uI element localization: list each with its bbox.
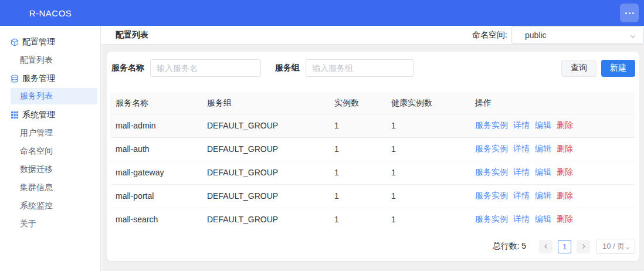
sidebar-item-about[interactable]: 关于 bbox=[0, 215, 100, 233]
service-name-label: 服务名称 bbox=[111, 63, 144, 73]
table-row: mall-search DEFAULT_GROUP 1 1 服务实例详情编辑删除 bbox=[110, 208, 635, 231]
sidebar-item-cluster-info[interactable]: 集群信息 bbox=[0, 178, 100, 197]
table-row: mall-gateway DEFAULT_GROUP 1 1 服务实例详情编辑删… bbox=[110, 161, 635, 184]
delete-link[interactable]: 删除 bbox=[557, 144, 573, 153]
grid-icon bbox=[11, 111, 19, 119]
column-service-name: 服务名称 bbox=[110, 93, 202, 114]
detail-link[interactable]: 详情 bbox=[513, 191, 530, 200]
ellipsis-menu-button[interactable] bbox=[620, 4, 639, 22]
cell-healthy-count: 1 bbox=[386, 184, 470, 208]
sidebar-item-label: 系统管理 bbox=[22, 110, 55, 120]
service-instances-link[interactable]: 服务实例 bbox=[475, 120, 508, 130]
delete-link[interactable]: 删除 bbox=[557, 214, 573, 223]
cell-service-group: DEFAULT_GROUP bbox=[202, 137, 329, 161]
search-toolbar: 服务名称 服务组 查询 新建 bbox=[110, 59, 635, 77]
service-instances-link[interactable]: 服务实例 bbox=[475, 214, 508, 223]
cell-instance-count: 1 bbox=[329, 161, 386, 184]
page-size-select[interactable]: 10 / 页 bbox=[596, 239, 635, 254]
page-title: 配置列表 bbox=[116, 30, 148, 40]
sidebar-item-label: 配置列表 bbox=[20, 55, 53, 66]
chevron-left-icon bbox=[543, 242, 549, 251]
detail-link[interactable]: 详情 bbox=[513, 214, 530, 223]
delete-link[interactable]: 删除 bbox=[557, 191, 573, 200]
edit-link[interactable]: 编辑 bbox=[535, 191, 551, 200]
total-rows-value: 5 bbox=[521, 241, 526, 250]
create-button[interactable]: 新建 bbox=[601, 60, 635, 77]
sidebar-item-label: 命名空间 bbox=[20, 146, 53, 157]
total-rows-label: 总行数: 5 bbox=[492, 241, 526, 252]
sidebar-item-label: 配置管理 bbox=[22, 37, 55, 48]
app-header: R-NACOS bbox=[0, 0, 644, 26]
sidebar-item-system-management[interactable]: 系统管理 bbox=[0, 106, 100, 124]
cell-instance-count: 1 bbox=[329, 114, 386, 137]
namespace-select[interactable]: public bbox=[511, 26, 644, 44]
cell-instance-count: 1 bbox=[329, 184, 386, 208]
sidebar-item-service-management[interactable]: 服务管理 bbox=[0, 69, 100, 87]
cell-service-group: DEFAULT_GROUP bbox=[202, 184, 329, 208]
pagination: 总行数: 5 1 10 / 页 bbox=[110, 239, 635, 254]
sidebar-item-config-management[interactable]: 配置管理 bbox=[0, 33, 100, 51]
cell-service-name: mall-search bbox=[110, 208, 202, 231]
service-group-label: 服务组 bbox=[275, 63, 300, 73]
query-button[interactable]: 查询 bbox=[561, 60, 596, 77]
cell-service-name: mall-gateway bbox=[110, 161, 202, 184]
page-size-value: 10 / 页 bbox=[602, 241, 625, 252]
sidebar-item-service-list[interactable]: 服务列表 bbox=[11, 88, 97, 104]
database-icon bbox=[11, 74, 19, 83]
delete-link[interactable]: 删除 bbox=[557, 120, 573, 130]
topbar: 配置列表 命名空间: public bbox=[101, 26, 644, 45]
app-title: R-NACOS bbox=[0, 8, 101, 18]
service-name-input[interactable] bbox=[150, 59, 261, 77]
sidebar-item-label: 服务管理 bbox=[22, 73, 55, 84]
cell-service-group: DEFAULT_GROUP bbox=[202, 114, 329, 137]
cell-service-group: DEFAULT_GROUP bbox=[202, 161, 329, 184]
column-instance-count: 实例数 bbox=[329, 93, 386, 114]
edit-link[interactable]: 编辑 bbox=[535, 120, 551, 130]
chevron-down-icon bbox=[629, 32, 636, 42]
chevron-down-icon bbox=[625, 244, 631, 253]
cell-healthy-count: 1 bbox=[386, 208, 470, 231]
sidebar-item-namespace[interactable]: 命名空间 bbox=[0, 142, 100, 160]
sidebar-item-user-management[interactable]: 用户管理 bbox=[0, 124, 100, 142]
edit-link[interactable]: 编辑 bbox=[535, 167, 551, 177]
cell-service-group: DEFAULT_GROUP bbox=[202, 208, 329, 231]
sidebar-item-label: 服务列表 bbox=[20, 91, 53, 101]
table-row: mall-admin DEFAULT_GROUP 1 1 服务实例详情编辑删除 bbox=[110, 114, 635, 137]
next-page-button[interactable] bbox=[577, 240, 590, 253]
sidebar-item-config-list[interactable]: 配置列表 bbox=[0, 51, 100, 69]
table-header-row: 服务名称 服务组 实例数 健康实例数 操作 bbox=[110, 93, 635, 114]
edit-link[interactable]: 编辑 bbox=[535, 144, 551, 153]
detail-link[interactable]: 详情 bbox=[513, 167, 530, 177]
page-number-button[interactable]: 1 bbox=[558, 240, 571, 253]
detail-link[interactable]: 详情 bbox=[513, 120, 530, 130]
column-actions: 操作 bbox=[470, 93, 635, 114]
sidebar-item-label: 数据迁移 bbox=[20, 164, 53, 175]
cell-healthy-count: 1 bbox=[386, 114, 470, 137]
service-instances-link[interactable]: 服务实例 bbox=[475, 144, 508, 153]
sidebar-item-data-migration[interactable]: 数据迁移 bbox=[0, 160, 100, 178]
prev-page-button[interactable] bbox=[539, 240, 553, 253]
chevron-right-icon bbox=[581, 242, 587, 251]
column-healthy-count: 健康实例数 bbox=[386, 93, 470, 114]
sidebar-item-label: 系统监控 bbox=[20, 201, 53, 211]
detail-link[interactable]: 详情 bbox=[513, 144, 530, 153]
sidebar-item-label: 用户管理 bbox=[20, 128, 53, 138]
namespace-value: public bbox=[525, 31, 547, 40]
cube-icon bbox=[11, 38, 19, 46]
sidebar-item-system-monitor[interactable]: 系统监控 bbox=[0, 197, 100, 215]
namespace-label: 命名空间: bbox=[472, 30, 507, 40]
cell-service-name: mall-admin bbox=[110, 114, 202, 137]
sidebar: 配置管理 配置列表 服务管理 服务列表 系统管理 用户管理 命名空间 数据迁移 … bbox=[0, 26, 101, 271]
edit-link[interactable]: 编辑 bbox=[535, 214, 551, 223]
column-service-group: 服务组 bbox=[202, 93, 329, 114]
sidebar-item-label: 集群信息 bbox=[20, 182, 53, 193]
service-table: 服务名称 服务组 实例数 健康实例数 操作 mall-admin DEFAULT… bbox=[110, 93, 635, 231]
table-row: mall-portal DEFAULT_GROUP 1 1 服务实例详情编辑删除 bbox=[110, 184, 635, 208]
cell-instance-count: 1 bbox=[329, 137, 386, 161]
cell-healthy-count: 1 bbox=[386, 137, 470, 161]
service-instances-link[interactable]: 服务实例 bbox=[475, 191, 508, 200]
cell-service-name: mall-auth bbox=[110, 137, 202, 161]
service-group-input[interactable] bbox=[306, 59, 414, 77]
service-instances-link[interactable]: 服务实例 bbox=[475, 167, 508, 177]
delete-link[interactable]: 删除 bbox=[557, 167, 573, 177]
